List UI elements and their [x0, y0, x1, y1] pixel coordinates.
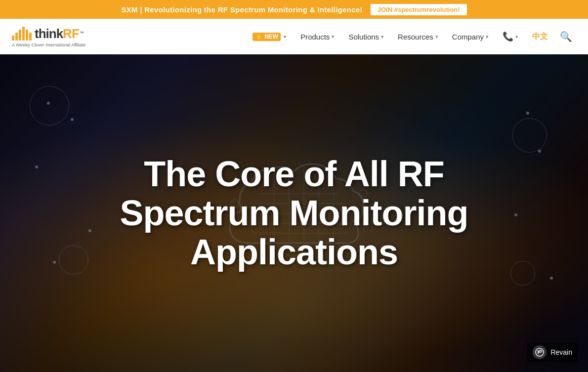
nav-item-company[interactable]: Company ▾ [446, 29, 495, 45]
nav-item-resources[interactable]: Resources ▾ [392, 29, 444, 45]
search-icon[interactable]: 🔍 [556, 27, 576, 46]
hero-section: The Core of All RF Spectrum Monitoring A… [0, 54, 588, 372]
nav-links: ⚡ NEW ▾ Products ▾ Solutions ▾ Resources… [247, 27, 576, 46]
revain-badge: Revain [527, 342, 578, 362]
new-chevron-icon: ▾ [284, 34, 287, 40]
phone-chevron-icon: ▾ [515, 34, 518, 40]
phone-icon: 📞 [503, 31, 513, 42]
products-chevron-icon: ▾ [332, 34, 335, 40]
banner-join-button[interactable]: JOIN #spectrumrevolution! [371, 4, 467, 15]
nav-item-phone[interactable]: 📞 ▾ [497, 27, 524, 46]
revain-icon [533, 345, 546, 359]
solutions-chevron-icon: ▾ [381, 34, 384, 40]
banner-text: SXM | Revolutionizing the RF Spectrum Mo… [121, 5, 362, 14]
new-badge: ⚡ NEW [252, 33, 281, 41]
nav-item-chinese[interactable]: 中文 [526, 28, 554, 46]
logo-subtitle: A Wesley Clover International Affiliate [12, 42, 85, 47]
logo-bars-icon [12, 27, 32, 41]
nav-item-solutions[interactable]: Solutions ▾ [342, 29, 390, 45]
nav-item-new[interactable]: ⚡ NEW ▾ [247, 29, 293, 45]
company-chevron-icon: ▾ [486, 34, 489, 40]
top-banner: SXM | Revolutionizing the RF Spectrum Mo… [0, 0, 588, 19]
lightning-icon: ⚡ [255, 33, 263, 41]
logo-text: thinkRF™ [35, 26, 84, 41]
hero-content: The Core of All RF Spectrum Monitoring A… [0, 54, 588, 372]
logo-area[interactable]: thinkRF™ A Wesley Clover International A… [12, 26, 101, 47]
revain-label: Revain [550, 348, 572, 356]
resources-chevron-icon: ▾ [435, 34, 438, 40]
logo[interactable]: thinkRF™ [12, 26, 84, 41]
hero-title: The Core of All RF Spectrum Monitoring A… [120, 155, 468, 272]
navbar: thinkRF™ A Wesley Clover International A… [0, 19, 588, 54]
nav-item-products[interactable]: Products ▾ [294, 29, 340, 45]
